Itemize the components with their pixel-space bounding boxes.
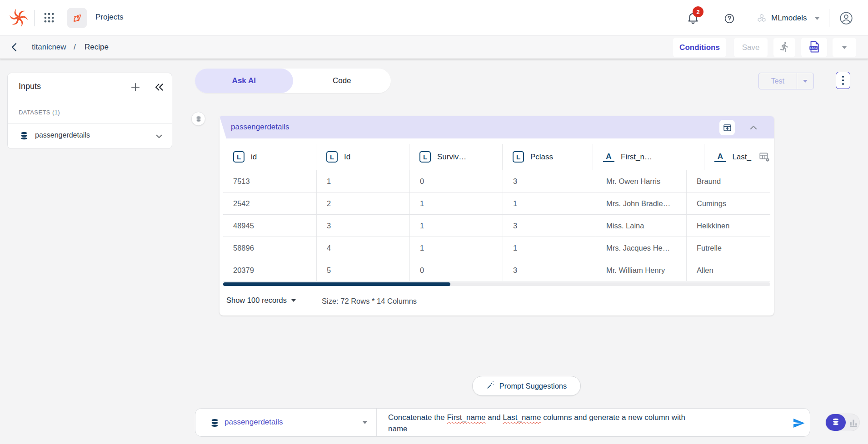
table-cell: Mr. William Henry [596,259,687,281]
dataset-card-footer: Show 100 records Size: 72 Rows * 14 Colu… [219,286,774,316]
prompt-text: and [486,413,503,422]
table-row[interactable]: 2542211Mrs. John Bradle…Cumings [223,192,770,215]
prompt-suggestions-button[interactable]: Prompt Suggestions [472,376,581,396]
collapse-panel-icon[interactable] [153,81,165,93]
log-icon-text: LOG [810,46,817,49]
table-cell: 48945 [223,215,317,237]
datasets-section: DATASETS (1) [8,101,172,124]
run-button[interactable] [773,38,795,57]
table-row[interactable]: 48945313Miss. LainaHeikkinen [223,215,770,237]
prompt-text: Concatenate the [388,413,447,422]
table-cell: Mrs. John Bradle… [596,192,687,214]
chevron-down-icon [842,46,847,49]
workspace-caret-icon[interactable] [815,17,819,20]
help-icon[interactable] [724,13,735,24]
database-icon [210,418,219,428]
sidebar-dataset-item[interactable]: passengerdetails [8,124,172,148]
table-cell: 0 [410,170,503,192]
tab-ask-ai[interactable]: Ask AI [195,69,293,93]
breadcrumb-separator: / [74,43,76,52]
chevron-down-icon [291,299,296,302]
column-settings-icon[interactable] [758,151,770,163]
table-column-header[interactable]: L id [223,144,316,170]
prompt-suggestions-label: Prompt Suggestions [499,382,567,390]
dataset-preview-card: passengerdetails L id [219,116,774,316]
table-column-header[interactable]: A First_n… [593,144,704,170]
table-column-header[interactable]: L Surviv… [409,144,503,170]
workspace-name[interactable]: MLmodels [771,14,807,23]
editor-mode-tabs: Ask AI Code [195,69,391,93]
test-dropdown-button[interactable] [797,73,813,89]
table-cell: 2 [317,192,410,214]
conditions-button[interactable]: Conditions [673,38,726,57]
notifications-bell-icon[interactable]: 2 [686,11,701,26]
column-label: Surviv… [437,153,466,162]
app-launcher-icon[interactable] [43,11,55,24]
log-file-icon: LOG [808,40,821,55]
dataset-card-header: passengerdetails [219,116,774,138]
panel-more-menu-button[interactable] [836,72,850,89]
show-records-label: Show 100 records [226,296,287,305]
prompt-dataset-select[interactable]: passengerdetails [195,409,377,436]
table-cell: 1 [317,170,410,192]
column-type-icon: L [419,151,431,163]
horizontal-scrollbar[interactable] [223,282,770,286]
table-column-header[interactable]: L Pclass [503,144,593,170]
save-button[interactable]: Save [734,38,768,57]
add-input-icon[interactable] [130,81,141,93]
dataset-size-label: Size: 72 Rows * 14 Columns [322,297,417,306]
chevron-down-icon[interactable] [154,131,164,141]
toolbar-more-button[interactable] [833,38,856,57]
navbar-divider [829,9,829,27]
breadcrumb-page: Recipe [85,43,109,52]
table-column-header[interactable]: A Last_ [704,144,770,170]
recipe-toolbar: titanicnew / Recipe Conditions Save LOG [0,36,868,59]
test-button[interactable]: Test [759,73,797,89]
column-label: id [251,153,257,162]
tab-code[interactable]: Code [293,69,391,93]
collapse-card-icon[interactable] [748,122,759,133]
open-in-window-icon[interactable] [719,120,735,135]
prompt-input[interactable]: Concatenate the First_name and Last_name… [388,412,779,434]
table-cell: 1 [503,237,596,259]
send-icon[interactable] [792,416,806,430]
column-type-icon: L [513,151,524,163]
table-row[interactable]: 58896411Mrs. Jacques He…Futrelle [223,237,770,259]
table-cell: 3 [317,215,410,237]
dataset-node-icon [191,112,205,126]
show-records-dropdown[interactable]: Show 100 records [226,296,296,305]
projects-rocket-icon[interactable] [67,8,87,28]
logs-button[interactable]: LOG [801,38,827,57]
table-column-header[interactable]: L Id [316,144,409,170]
horizontal-scrollbar-thumb[interactable] [223,282,450,286]
inputs-title: Inputs [19,82,41,91]
top-navbar: Projects 2 MLmodels [0,0,868,35]
toggle-dataset-option[interactable] [826,414,846,431]
table-row[interactable]: 7513103Mr. Owen HarrisBraund [223,170,770,192]
back-icon[interactable] [9,42,20,53]
misspelled-word: Last_name [503,413,541,422]
table-cell: 1 [410,192,503,214]
table-cell: 2542 [223,192,317,214]
datasets-section-label: DATASETS (1) [19,109,60,116]
runner-icon [779,41,790,54]
column-label: Pclass [530,153,553,162]
table-cell: Cumings [687,192,770,214]
misspelled-word: First_name [447,413,485,422]
breadcrumb-project[interactable]: titanicnew [32,43,66,52]
prompt-bar: passengerdetails Concatenate the First_n… [195,408,810,437]
database-icon [20,131,29,140]
prompt-dataset-name: passengerdetails [224,418,283,427]
navbar-divider [35,10,35,26]
workspace-cubes-icon [756,13,768,25]
table-row[interactable]: 20379503Mr. William HenryAllen [223,259,770,281]
chevron-down-icon [803,80,808,83]
table-cell: Futrelle [687,237,770,259]
chevron-down-icon [363,421,367,424]
user-avatar[interactable] [839,11,853,25]
app-window: Projects 2 MLmodels [0,0,868,444]
table-cell: Miss. Laina [596,215,687,237]
magic-wand-icon [486,381,495,391]
brand-logo-icon[interactable] [9,8,28,27]
toggle-chart-option[interactable] [848,418,858,428]
